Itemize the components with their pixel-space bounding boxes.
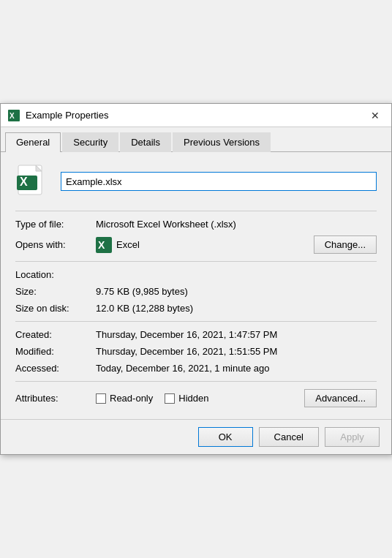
size-on-disk-label: Size on disk: [15,303,96,314]
tab-content: X Type of file: Microsoft Excel Workshee… [1,152,391,419]
created-value: Thursday, December 16, 2021, 1:47:57 PM [96,329,377,340]
opens-with-row: Opens with: X Excel Change... [15,235,377,254]
close-button[interactable]: ✕ [366,107,384,124]
cancel-button[interactable]: Cancel [259,427,319,447]
svg-text:X: X [20,176,28,188]
attributes-row: Attributes: Read-only Hidden Advanced... [15,389,377,407]
tab-previous-versions[interactable]: Previous Versions [173,132,271,152]
apply-button[interactable]: Apply [325,427,380,447]
hidden-checkbox[interactable] [165,393,175,404]
svg-text:X: X [10,112,15,120]
properties-window: X Example Properties ✕ General Security … [0,103,392,455]
svg-text:X: X [98,239,105,251]
window-title: Example Properties [26,110,366,121]
separator-4 [15,381,377,382]
modified-value: Thursday, December 16, 2021, 1:51:55 PM [96,346,377,357]
type-row: Type of file: Microsoft Excel Worksheet … [15,219,377,230]
location-row: Location: [15,269,377,280]
location-label: Location: [15,269,96,280]
separator-3 [15,321,377,322]
change-button[interactable]: Change... [314,235,377,254]
size-label: Size: [15,286,96,297]
modified-label: Modified: [15,346,96,357]
created-label: Created: [15,329,96,340]
attributes-content: Read-only Hidden Advanced... [96,389,377,407]
tab-general[interactable]: General [5,132,61,152]
size-on-disk-row: Size on disk: 12.0 KB (12,288 bytes) [15,303,377,314]
file-header: X [15,164,377,199]
created-row: Created: Thursday, December 16, 2021, 1:… [15,329,377,340]
separator-1 [15,211,377,211]
title-bar-icon: X [8,110,20,121]
modified-row: Modified: Thursday, December 16, 2021, 1… [15,346,377,357]
accessed-row: Accessed: Today, December 16, 2021, 1 mi… [15,363,377,374]
type-label: Type of file: [15,219,96,230]
hidden-label: Hidden [178,393,208,404]
accessed-value: Today, December 16, 2021, 1 minute ago [96,363,377,374]
title-bar: X Example Properties ✕ [1,104,391,127]
type-value: Microsoft Excel Worksheet (.xlsx) [96,219,377,230]
accessed-label: Accessed: [15,363,96,374]
bottom-bar: OK Cancel Apply [1,419,391,454]
opens-with-label: Opens with: [15,239,96,250]
size-value: 9.75 KB (9,985 bytes) [96,286,377,297]
readonly-checkbox-item[interactable]: Read-only [96,393,153,404]
tab-details[interactable]: Details [120,132,171,152]
ok-button[interactable]: OK [198,427,253,447]
opens-with-content: X Excel Change... [96,235,377,254]
attributes-label: Attributes: [15,393,96,404]
advanced-button[interactable]: Advanced... [304,389,377,407]
filename-input[interactable] [61,172,377,191]
tab-security[interactable]: Security [62,132,118,152]
readonly-checkbox[interactable] [96,393,106,404]
file-large-icon: X [15,164,50,199]
size-on-disk-value: 12.0 KB (12,288 bytes) [96,303,377,314]
readonly-label: Read-only [110,393,153,404]
hidden-checkbox-item[interactable]: Hidden [165,393,208,404]
excel-app-icon: X [96,237,112,253]
tab-bar: General Security Details Previous Versio… [1,127,391,152]
app-name: Excel [116,239,314,250]
size-row: Size: 9.75 KB (9,985 bytes) [15,286,377,297]
separator-2 [15,261,377,262]
